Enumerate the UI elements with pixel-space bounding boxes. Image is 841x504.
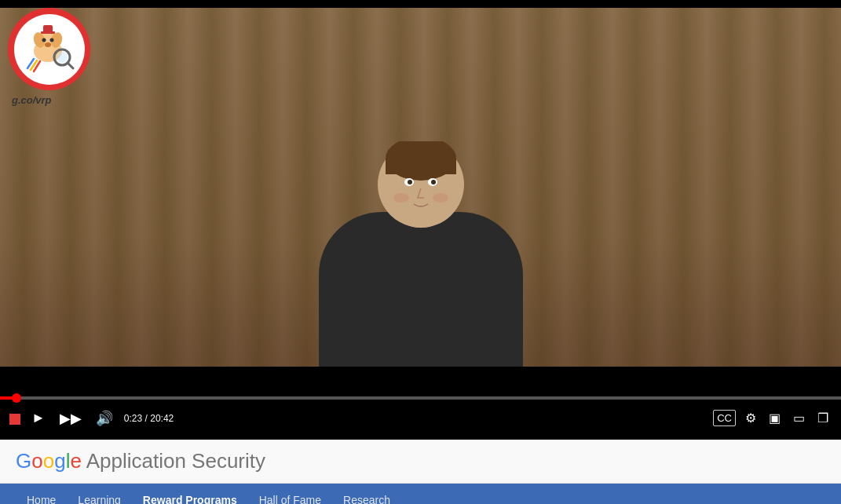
gco-label: g.co/vrp <box>12 94 52 106</box>
youtube-player: g.co/vrp <box>0 0 841 504</box>
svg-point-24 <box>433 193 448 203</box>
site-header: Google Application Security <box>0 440 841 484</box>
stop-indicator <box>9 414 20 425</box>
nav-bar: Home Learning Reward Programs Hall of Fa… <box>0 484 841 504</box>
settings-button[interactable]: ⚙ <box>742 407 759 429</box>
nav-hall-of-fame[interactable]: Hall of Fame <box>248 484 332 504</box>
video-controls[interactable]: ► ▶▶ 🔊 0:23 / 20:42 CC ⚙ ▣ ▭ ❐ <box>0 396 841 440</box>
svg-point-22 <box>431 180 436 184</box>
fullscreen-button[interactable]: ❐ <box>814 407 832 429</box>
video-area[interactable]: g.co/vrp <box>0 0 841 440</box>
miniplayer-button[interactable]: ▣ <box>766 407 784 429</box>
black-bar <box>0 367 841 396</box>
progress-bar[interactable] <box>0 396 841 400</box>
play-button[interactable]: ► <box>28 407 49 429</box>
nav-home[interactable]: Home <box>16 484 67 504</box>
time-display: 0:23 / 20:42 <box>124 413 174 424</box>
site-subtitle: Application Security <box>82 449 265 473</box>
cc-button[interactable]: CC <box>713 410 736 426</box>
nav-learning[interactable]: Learning <box>67 484 132 504</box>
theater-button[interactable]: ▭ <box>790 407 808 429</box>
person-figure <box>303 141 539 393</box>
svg-point-5 <box>42 38 46 42</box>
svg-rect-18 <box>386 159 456 174</box>
letter-g: G <box>16 449 31 473</box>
letter-o1: o <box>31 449 42 473</box>
letter-g2: g <box>54 449 65 473</box>
letter-e: e <box>70 449 81 473</box>
next-button[interactable]: ▶▶ <box>57 407 85 430</box>
vrp-logo <box>8 8 90 90</box>
svg-point-21 <box>408 180 412 184</box>
svg-point-7 <box>45 42 51 47</box>
svg-point-9 <box>57 52 68 63</box>
nav-reward-programs[interactable]: Reward Programs <box>132 484 248 504</box>
svg-rect-12 <box>43 25 53 33</box>
letter-o2: o <box>43 449 54 473</box>
svg-point-6 <box>49 38 53 42</box>
nav-research[interactable]: Research <box>332 484 401 504</box>
volume-button[interactable]: 🔊 <box>93 407 116 430</box>
site-title: Google Application Security <box>16 449 265 473</box>
svg-point-23 <box>393 193 409 203</box>
